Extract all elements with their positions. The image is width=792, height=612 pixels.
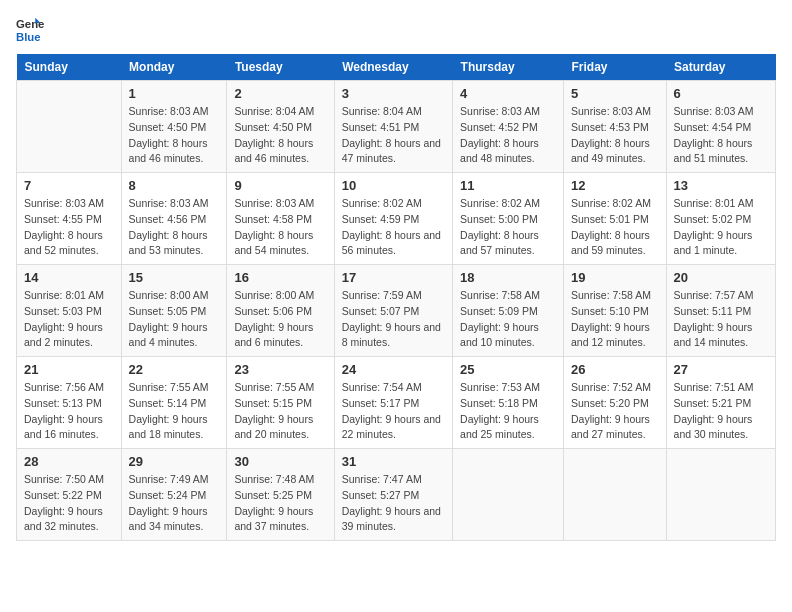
day-number: 12 [571, 178, 659, 193]
day-number: 1 [129, 86, 220, 101]
day-number: 16 [234, 270, 326, 285]
day-info: Sunrise: 8:02 AMSunset: 4:59 PMDaylight:… [342, 196, 445, 259]
weekday-monday: Monday [121, 54, 227, 81]
logo-icon: General Blue [16, 16, 44, 44]
day-number: 10 [342, 178, 445, 193]
calendar-week-5: 28Sunrise: 7:50 AMSunset: 5:22 PMDayligh… [17, 449, 776, 541]
day-number: 27 [674, 362, 768, 377]
day-number: 8 [129, 178, 220, 193]
day-info: Sunrise: 8:03 AMSunset: 4:55 PMDaylight:… [24, 196, 114, 259]
day-number: 25 [460, 362, 556, 377]
calendar-cell: 24Sunrise: 7:54 AMSunset: 5:17 PMDayligh… [334, 357, 452, 449]
day-info: Sunrise: 7:58 AMSunset: 5:09 PMDaylight:… [460, 288, 556, 351]
calendar-cell [564, 449, 667, 541]
day-info: Sunrise: 8:00 AMSunset: 5:05 PMDaylight:… [129, 288, 220, 351]
calendar-week-2: 7Sunrise: 8:03 AMSunset: 4:55 PMDaylight… [17, 173, 776, 265]
day-info: Sunrise: 7:54 AMSunset: 5:17 PMDaylight:… [342, 380, 445, 443]
day-number: 2 [234, 86, 326, 101]
day-number: 7 [24, 178, 114, 193]
calendar-week-3: 14Sunrise: 8:01 AMSunset: 5:03 PMDayligh… [17, 265, 776, 357]
calendar-cell: 6Sunrise: 8:03 AMSunset: 4:54 PMDaylight… [666, 81, 775, 173]
calendar-body: 1Sunrise: 8:03 AMSunset: 4:50 PMDaylight… [17, 81, 776, 541]
day-info: Sunrise: 8:03 AMSunset: 4:56 PMDaylight:… [129, 196, 220, 259]
weekday-friday: Friday [564, 54, 667, 81]
calendar-cell: 15Sunrise: 8:00 AMSunset: 5:05 PMDayligh… [121, 265, 227, 357]
calendar-cell: 8Sunrise: 8:03 AMSunset: 4:56 PMDaylight… [121, 173, 227, 265]
day-number: 26 [571, 362, 659, 377]
calendar-cell: 31Sunrise: 7:47 AMSunset: 5:27 PMDayligh… [334, 449, 452, 541]
calendar-cell: 30Sunrise: 7:48 AMSunset: 5:25 PMDayligh… [227, 449, 334, 541]
page-header: General Blue [16, 16, 776, 44]
day-number: 15 [129, 270, 220, 285]
calendar-cell: 11Sunrise: 8:02 AMSunset: 5:00 PMDayligh… [453, 173, 564, 265]
calendar-cell: 22Sunrise: 7:55 AMSunset: 5:14 PMDayligh… [121, 357, 227, 449]
day-info: Sunrise: 7:53 AMSunset: 5:18 PMDaylight:… [460, 380, 556, 443]
calendar-cell: 27Sunrise: 7:51 AMSunset: 5:21 PMDayligh… [666, 357, 775, 449]
calendar-cell: 2Sunrise: 8:04 AMSunset: 4:50 PMDaylight… [227, 81, 334, 173]
day-number: 30 [234, 454, 326, 469]
day-info: Sunrise: 7:56 AMSunset: 5:13 PMDaylight:… [24, 380, 114, 443]
day-info: Sunrise: 7:47 AMSunset: 5:27 PMDaylight:… [342, 472, 445, 535]
calendar-cell: 19Sunrise: 7:58 AMSunset: 5:10 PMDayligh… [564, 265, 667, 357]
calendar-cell: 3Sunrise: 8:04 AMSunset: 4:51 PMDaylight… [334, 81, 452, 173]
day-number: 6 [674, 86, 768, 101]
day-number: 17 [342, 270, 445, 285]
calendar-cell: 1Sunrise: 8:03 AMSunset: 4:50 PMDaylight… [121, 81, 227, 173]
svg-text:Blue: Blue [16, 31, 41, 43]
calendar-cell: 4Sunrise: 8:03 AMSunset: 4:52 PMDaylight… [453, 81, 564, 173]
calendar-cell: 28Sunrise: 7:50 AMSunset: 5:22 PMDayligh… [17, 449, 122, 541]
calendar-cell: 23Sunrise: 7:55 AMSunset: 5:15 PMDayligh… [227, 357, 334, 449]
calendar-cell: 25Sunrise: 7:53 AMSunset: 5:18 PMDayligh… [453, 357, 564, 449]
day-info: Sunrise: 7:55 AMSunset: 5:14 PMDaylight:… [129, 380, 220, 443]
day-info: Sunrise: 7:58 AMSunset: 5:10 PMDaylight:… [571, 288, 659, 351]
day-number: 13 [674, 178, 768, 193]
weekday-thursday: Thursday [453, 54, 564, 81]
weekday-sunday: Sunday [17, 54, 122, 81]
day-info: Sunrise: 8:03 AMSunset: 4:52 PMDaylight:… [460, 104, 556, 167]
day-info: Sunrise: 7:57 AMSunset: 5:11 PMDaylight:… [674, 288, 768, 351]
calendar-cell: 17Sunrise: 7:59 AMSunset: 5:07 PMDayligh… [334, 265, 452, 357]
day-number: 14 [24, 270, 114, 285]
day-info: Sunrise: 8:02 AMSunset: 5:00 PMDaylight:… [460, 196, 556, 259]
calendar-cell: 13Sunrise: 8:01 AMSunset: 5:02 PMDayligh… [666, 173, 775, 265]
svg-text:General: General [16, 18, 44, 30]
day-info: Sunrise: 8:03 AMSunset: 4:58 PMDaylight:… [234, 196, 326, 259]
calendar-cell: 10Sunrise: 8:02 AMSunset: 4:59 PMDayligh… [334, 173, 452, 265]
weekday-saturday: Saturday [666, 54, 775, 81]
calendar-week-1: 1Sunrise: 8:03 AMSunset: 4:50 PMDaylight… [17, 81, 776, 173]
day-number: 11 [460, 178, 556, 193]
calendar-cell: 21Sunrise: 7:56 AMSunset: 5:13 PMDayligh… [17, 357, 122, 449]
calendar-table: SundayMondayTuesdayWednesdayThursdayFrid… [16, 54, 776, 541]
day-number: 5 [571, 86, 659, 101]
day-number: 20 [674, 270, 768, 285]
day-number: 28 [24, 454, 114, 469]
calendar-cell: 29Sunrise: 7:49 AMSunset: 5:24 PMDayligh… [121, 449, 227, 541]
day-info: Sunrise: 7:49 AMSunset: 5:24 PMDaylight:… [129, 472, 220, 535]
calendar-cell: 14Sunrise: 8:01 AMSunset: 5:03 PMDayligh… [17, 265, 122, 357]
day-number: 4 [460, 86, 556, 101]
day-info: Sunrise: 8:03 AMSunset: 4:54 PMDaylight:… [674, 104, 768, 167]
calendar-week-4: 21Sunrise: 7:56 AMSunset: 5:13 PMDayligh… [17, 357, 776, 449]
day-info: Sunrise: 7:52 AMSunset: 5:20 PMDaylight:… [571, 380, 659, 443]
day-info: Sunrise: 8:00 AMSunset: 5:06 PMDaylight:… [234, 288, 326, 351]
day-info: Sunrise: 7:51 AMSunset: 5:21 PMDaylight:… [674, 380, 768, 443]
weekday-header-row: SundayMondayTuesdayWednesdayThursdayFrid… [17, 54, 776, 81]
calendar-cell: 7Sunrise: 8:03 AMSunset: 4:55 PMDaylight… [17, 173, 122, 265]
day-info: Sunrise: 7:55 AMSunset: 5:15 PMDaylight:… [234, 380, 326, 443]
calendar-cell: 26Sunrise: 7:52 AMSunset: 5:20 PMDayligh… [564, 357, 667, 449]
weekday-wednesday: Wednesday [334, 54, 452, 81]
day-info: Sunrise: 8:04 AMSunset: 4:51 PMDaylight:… [342, 104, 445, 167]
day-info: Sunrise: 7:59 AMSunset: 5:07 PMDaylight:… [342, 288, 445, 351]
day-number: 9 [234, 178, 326, 193]
day-info: Sunrise: 7:50 AMSunset: 5:22 PMDaylight:… [24, 472, 114, 535]
calendar-cell: 20Sunrise: 7:57 AMSunset: 5:11 PMDayligh… [666, 265, 775, 357]
calendar-cell: 12Sunrise: 8:02 AMSunset: 5:01 PMDayligh… [564, 173, 667, 265]
day-info: Sunrise: 8:03 AMSunset: 4:50 PMDaylight:… [129, 104, 220, 167]
day-info: Sunrise: 8:02 AMSunset: 5:01 PMDaylight:… [571, 196, 659, 259]
weekday-tuesday: Tuesday [227, 54, 334, 81]
day-number: 31 [342, 454, 445, 469]
calendar-cell: 18Sunrise: 7:58 AMSunset: 5:09 PMDayligh… [453, 265, 564, 357]
calendar-cell [453, 449, 564, 541]
day-number: 23 [234, 362, 326, 377]
day-info: Sunrise: 7:48 AMSunset: 5:25 PMDaylight:… [234, 472, 326, 535]
